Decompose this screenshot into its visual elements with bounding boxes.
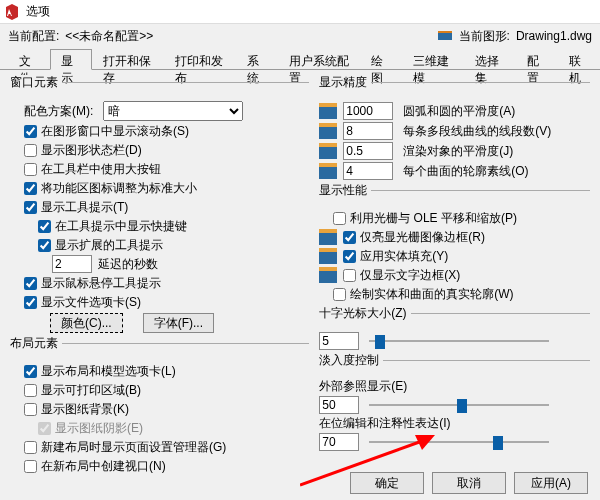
current-config-value: <<未命名配置>> bbox=[65, 28, 153, 45]
text-boundary-checkbox[interactable] bbox=[343, 269, 356, 282]
resize-ribbon-label: 将功能区图标调整为标准大小 bbox=[41, 180, 197, 197]
file-tabs-checkbox[interactable] bbox=[24, 296, 37, 309]
silhouettes-label: 绘制实体和曲面的真实轮廓(W) bbox=[350, 286, 513, 303]
solid-fill-checkbox[interactable] bbox=[343, 250, 356, 263]
svg-rect-9 bbox=[319, 163, 337, 167]
svg-rect-3 bbox=[319, 103, 337, 107]
layout-tabs-label: 显示布局和模型选项卡(L) bbox=[41, 363, 176, 380]
svg-rect-13 bbox=[319, 248, 337, 252]
current-drawing-label: 当前图形: bbox=[459, 28, 510, 45]
paper-shadow-label: 显示图纸阴影(E) bbox=[55, 420, 143, 437]
current-config-label: 当前配置: bbox=[8, 28, 59, 45]
fonts-button[interactable]: 字体(F)... bbox=[143, 313, 214, 333]
resize-ribbon-checkbox[interactable] bbox=[24, 182, 37, 195]
drawing-icon bbox=[437, 28, 453, 44]
rollover-checkbox[interactable] bbox=[24, 277, 37, 290]
tab-三维建模[interactable]: 三维建模 bbox=[402, 49, 464, 70]
paper-bg-label: 显示图纸背景(K) bbox=[41, 401, 129, 418]
crosshair-slider[interactable] bbox=[369, 333, 549, 349]
xref-input[interactable] bbox=[319, 396, 359, 414]
dwg-icon bbox=[319, 123, 337, 139]
status-bar-checkbox[interactable] bbox=[24, 144, 37, 157]
current-drawing-value: Drawing1.dwg bbox=[516, 29, 592, 43]
color-scheme-label: 配色方案(M): bbox=[24, 103, 93, 120]
inplace-label: 在位编辑和注释性表达(I) bbox=[319, 415, 590, 432]
dwg-icon bbox=[319, 267, 337, 283]
colors-button[interactable]: 颜色(C)... bbox=[50, 313, 123, 333]
large-buttons-label: 在工具栏中使用大按钮 bbox=[41, 161, 161, 178]
page-setup-label: 新建布局时显示页面设置管理器(G) bbox=[41, 439, 226, 456]
polyline-label: 每条多段线曲线的线段数(V) bbox=[403, 123, 551, 140]
tab-选择集[interactable]: 选择集 bbox=[464, 49, 516, 70]
xref-slider[interactable] bbox=[369, 397, 549, 413]
text-boundary-label: 仅显示文字边框(X) bbox=[360, 267, 460, 284]
rollover-label: 显示鼠标悬停工具提示 bbox=[41, 275, 161, 292]
silhouettes-checkbox[interactable] bbox=[333, 288, 346, 301]
render-input[interactable] bbox=[343, 142, 393, 160]
tab-绘图[interactable]: 绘图 bbox=[360, 49, 402, 70]
app-logo-icon bbox=[4, 4, 20, 20]
tab-显示[interactable]: 显示 bbox=[50, 49, 92, 70]
tab-联机[interactable]: 联机 bbox=[558, 49, 600, 70]
file-tabs-label: 显示文件选项卡(S) bbox=[41, 294, 141, 311]
window-title: 选项 bbox=[26, 3, 50, 20]
dwg-icon bbox=[319, 163, 337, 179]
surface-input[interactable] bbox=[343, 162, 393, 180]
layout-tabs-checkbox[interactable] bbox=[24, 365, 37, 378]
crosshair-input[interactable] bbox=[319, 332, 359, 350]
color-scheme-select[interactable]: 暗 bbox=[103, 101, 243, 121]
extended-tooltips-checkbox[interactable] bbox=[38, 239, 51, 252]
cancel-button[interactable]: 取消 bbox=[432, 472, 506, 494]
create-viewport-checkbox[interactable] bbox=[24, 460, 37, 473]
extended-tooltips-label: 显示扩展的工具提示 bbox=[55, 237, 163, 254]
tab-打开和保存[interactable]: 打开和保存 bbox=[92, 49, 164, 70]
window-elements-title: 窗口元素 bbox=[10, 75, 62, 89]
tooltips-checkbox[interactable] bbox=[24, 201, 37, 214]
paper-bg-checkbox[interactable] bbox=[24, 403, 37, 416]
tab-配置[interactable]: 配置 bbox=[516, 49, 558, 70]
dwg-icon bbox=[319, 143, 337, 159]
delay-label: 延迟的秒数 bbox=[98, 256, 158, 273]
page-setup-checkbox[interactable] bbox=[24, 441, 37, 454]
dwg-icon bbox=[319, 229, 337, 245]
arc-label: 圆弧和圆的平滑度(A) bbox=[403, 103, 515, 120]
performance-title: 显示性能 bbox=[319, 183, 371, 197]
shortcut-keys-label: 在工具提示中显示快捷键 bbox=[55, 218, 187, 235]
crosshair-title: 十字光标大小(Z) bbox=[319, 306, 410, 320]
shortcut-keys-checkbox[interactable] bbox=[38, 220, 51, 233]
printable-area-label: 显示可打印区域(B) bbox=[41, 382, 141, 399]
tab-系统[interactable]: 系统 bbox=[236, 49, 278, 70]
arc-input[interactable] bbox=[343, 102, 393, 120]
raster-ole-checkbox[interactable] bbox=[333, 212, 346, 225]
scroll-bars-checkbox[interactable] bbox=[24, 125, 37, 138]
svg-rect-5 bbox=[319, 123, 337, 127]
tab-bar: 文件显示打开和保存打印和发布系统用户系统配置绘图三维建模选择集配置联机 bbox=[0, 48, 600, 70]
solid-fill-label: 应用实体填充(Y) bbox=[360, 248, 448, 265]
fade-title: 淡入度控制 bbox=[319, 353, 383, 367]
svg-rect-0 bbox=[438, 32, 452, 40]
status-bar-label: 显示图形状态栏(D) bbox=[41, 142, 142, 159]
large-buttons-checkbox[interactable] bbox=[24, 163, 37, 176]
apply-button[interactable]: 应用(A) bbox=[514, 472, 588, 494]
xref-label: 外部参照显示(E) bbox=[319, 378, 590, 395]
inplace-input[interactable] bbox=[319, 433, 359, 451]
dwg-icon bbox=[319, 103, 337, 119]
svg-rect-15 bbox=[319, 267, 337, 271]
raster-frame-label: 仅亮显光栅图像边框(R) bbox=[360, 229, 485, 246]
dwg-icon bbox=[319, 248, 337, 264]
raster-ole-label: 利用光栅与 OLE 平移和缩放(P) bbox=[350, 210, 517, 227]
polyline-input[interactable] bbox=[343, 122, 393, 140]
create-viewport-label: 在新布局中创建视口(N) bbox=[41, 458, 166, 475]
raster-frame-checkbox[interactable] bbox=[343, 231, 356, 244]
inplace-slider[interactable] bbox=[369, 434, 549, 450]
tab-用户系统配置[interactable]: 用户系统配置 bbox=[278, 49, 360, 70]
render-label: 渲染对象的平滑度(J) bbox=[403, 143, 513, 160]
printable-area-checkbox[interactable] bbox=[24, 384, 37, 397]
tab-打印和发布[interactable]: 打印和发布 bbox=[164, 49, 236, 70]
svg-rect-1 bbox=[438, 31, 452, 33]
scroll-bars-label: 在图形窗口中显示滚动条(S) bbox=[41, 123, 189, 140]
ok-button[interactable]: 确定 bbox=[350, 472, 424, 494]
delay-input[interactable] bbox=[52, 255, 92, 273]
tab-文件[interactable]: 文件 bbox=[8, 49, 50, 70]
svg-rect-11 bbox=[319, 229, 337, 233]
